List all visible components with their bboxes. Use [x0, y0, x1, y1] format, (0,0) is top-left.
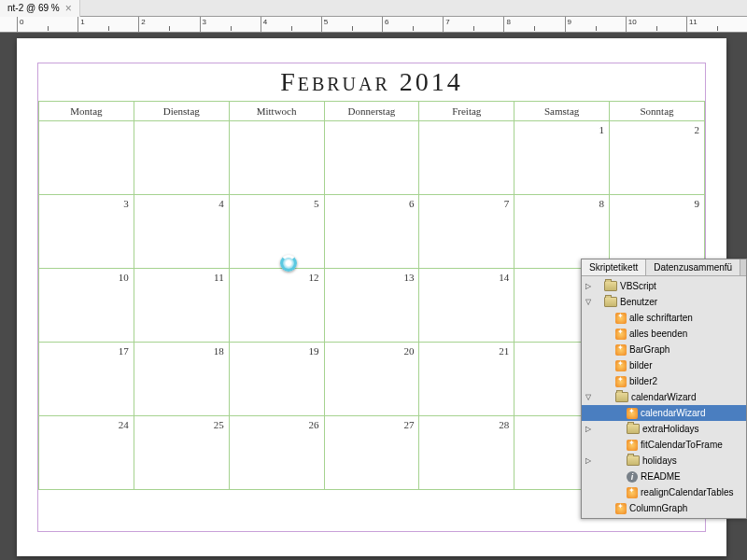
calendar-cell[interactable]: 21 — [419, 343, 514, 416]
tree-item-label: Benutzer — [620, 297, 657, 307]
script-icon — [615, 360, 627, 371]
calendar-cell[interactable]: 4 — [134, 195, 229, 269]
folder-icon — [615, 392, 628, 402]
ruler-mark: 4 — [261, 17, 321, 32]
calendar-cell[interactable]: 20 — [324, 343, 419, 416]
calendar-cell[interactable]: 3 — [39, 195, 134, 269]
tree-item-calendarwizard[interactable]: calendarWizard — [582, 405, 746, 421]
script-icon — [615, 329, 627, 340]
tree-item-label: extraHolidays — [642, 424, 699, 434]
calendar-cell[interactable]: 19 — [229, 343, 324, 416]
calendar-cell[interactable] — [39, 121, 134, 195]
script-icon — [615, 344, 627, 356]
document-tab[interactable]: nt-2 @ 69 % × — [0, 0, 80, 17]
ruler-mark: 0 — [17, 17, 78, 32]
tree-item-fitcalendartoframe[interactable]: fitCalendarToFrame — [582, 437, 746, 453]
calendar-cell[interactable] — [134, 121, 229, 195]
calendar-cell[interactable] — [324, 121, 419, 195]
panel-tab-bar: Skriptetikett Datenzusammenfü — [582, 259, 746, 276]
ruler-mark: 8 — [503, 17, 564, 32]
calendar-cell[interactable]: 28 — [419, 416, 514, 490]
document-tab-bar: nt-2 @ 69 % × — [0, 0, 747, 17]
tree-item-holidays[interactable]: holidays — [582, 453, 746, 469]
ruler-mark: 10 — [626, 17, 686, 32]
script-icon — [615, 503, 627, 514]
calendar-cell[interactable]: 8 — [514, 195, 610, 269]
calendar-day-header: Montag — [39, 102, 134, 121]
calendar-cell[interactable]: 25 — [134, 416, 229, 490]
tree-item-calendarwizard[interactable]: calendarWizard — [582, 389, 746, 405]
tree-item-label: BarGraph — [629, 344, 669, 355]
ruler-mark: 5 — [321, 17, 382, 32]
calendar-cell[interactable]: 2 — [610, 121, 705, 195]
calendar-day-header: Mittwoch — [229, 102, 324, 121]
script-icon — [627, 440, 638, 451]
script-icon — [627, 487, 638, 498]
ruler-mark: 1 — [78, 17, 138, 32]
calendar-day-header: Dienstag — [134, 102, 229, 121]
tree-item-label: ColumnGraph — [629, 503, 687, 513]
tree-item-label: VBScript — [620, 281, 656, 291]
close-icon[interactable]: × — [65, 2, 72, 15]
tree-item-realigncalendartables[interactable]: realignCalendarTables — [582, 484, 746, 500]
tab-script-label[interactable]: Skriptetikett — [582, 259, 646, 275]
calendar-cell[interactable]: 18 — [134, 343, 229, 416]
scripts-tree: VBScriptBenutzeralle schriftartenalles b… — [582, 276, 746, 518]
tree-item-columngraph[interactable]: ColumnGraph — [582, 500, 746, 516]
tree-item-label: bilder — [629, 360, 652, 371]
calendar-cell[interactable]: 24 — [39, 416, 134, 490]
tree-item-label: bilder2 — [629, 376, 657, 386]
tree-item-alle-schriftarten[interactable]: alle schriftarten — [582, 310, 746, 326]
info-icon: i — [627, 471, 638, 483]
tree-item-label: fitCalendarToFrame — [641, 440, 723, 450]
disclosure-arrow-icon[interactable] — [584, 393, 593, 401]
ruler-mark: 2 — [138, 17, 199, 32]
calendar-cell[interactable]: 7 — [419, 195, 514, 269]
folder-icon — [604, 297, 617, 307]
calendar-cell[interactable] — [229, 121, 324, 195]
script-icon — [615, 376, 627, 387]
tree-item-extraholidays[interactable]: extraHolidays — [582, 421, 746, 437]
disclosure-arrow-icon[interactable] — [584, 298, 593, 306]
calendar-cell[interactable]: 9 — [610, 195, 705, 269]
calendar-cell[interactable]: 5 — [229, 195, 324, 269]
ruler-mark: 11 — [686, 17, 747, 32]
folder-icon — [627, 455, 640, 466]
tree-item-benutzer[interactable]: Benutzer — [582, 294, 746, 310]
folder-icon — [604, 281, 617, 291]
tree-item-bargraph[interactable]: BarGraph — [582, 342, 746, 357]
calendar-day-header: Sonntag — [610, 102, 705, 121]
tree-item-vbscript[interactable]: VBScript — [582, 278, 746, 294]
calendar-title[interactable]: Februar 2014 — [38, 63, 705, 101]
loading-spinner-icon — [280, 255, 297, 272]
calendar-cell[interactable] — [419, 121, 514, 195]
tree-item-label: calendarWizard — [641, 408, 705, 418]
tree-item-bilder2[interactable]: bilder2 — [582, 373, 746, 389]
tab-data-merge[interactable]: Datenzusammenfü — [646, 259, 740, 275]
disclosure-arrow-icon[interactable] — [584, 425, 593, 433]
tree-item-label: holidays — [642, 455, 677, 466]
tree-item-readme[interactable]: iREADME — [582, 469, 746, 484]
ruler-mark: 9 — [565, 17, 626, 32]
calendar-cell[interactable]: 11 — [134, 269, 229, 343]
horizontal-ruler[interactable]: 01234567891011 — [0, 17, 747, 33]
tree-item-bilder[interactable]: bilder — [582, 357, 746, 373]
calendar-cell[interactable]: 13 — [324, 269, 419, 343]
calendar-cell[interactable]: 26 — [229, 416, 324, 490]
calendar-cell[interactable]: 10 — [39, 269, 134, 343]
calendar-cell[interactable]: 6 — [324, 195, 419, 269]
calendar-day-header: Freitag — [419, 102, 514, 121]
disclosure-arrow-icon[interactable] — [584, 282, 593, 290]
tree-item-label: alles beenden — [629, 329, 687, 339]
calendar-day-header: Samstag — [514, 102, 610, 121]
calendar-cell[interactable]: 12 — [229, 269, 324, 343]
calendar-cell[interactable]: 17 — [39, 343, 134, 416]
disclosure-arrow-icon[interactable] — [584, 456, 593, 465]
calendar-cell[interactable]: 27 — [324, 416, 419, 490]
document-tab-label: nt-2 @ 69 % — [7, 3, 60, 13]
calendar-cell[interactable]: 14 — [419, 269, 514, 343]
calendar-cell[interactable]: 1 — [514, 121, 610, 195]
tree-item-alles-beenden[interactable]: alles beenden — [582, 326, 746, 342]
script-icon — [627, 408, 638, 419]
tree-item-label: README — [641, 471, 681, 482]
